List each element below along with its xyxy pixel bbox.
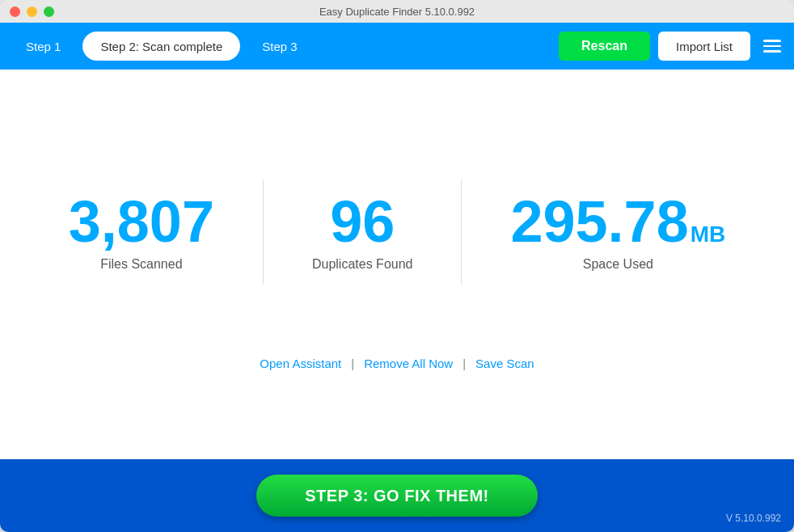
duplicates-label: Duplicates Found [312, 257, 413, 272]
rescan-button[interactable]: Rescan [559, 32, 650, 61]
hamburger-line-1 [763, 40, 781, 42]
space-used-label: Space Used [510, 257, 725, 272]
maximize-button[interactable] [44, 6, 54, 17]
nav-right-actions: Rescan Import List [559, 32, 786, 61]
files-scanned-number: 3,807 [69, 192, 214, 251]
step2-button[interactable]: Step 2: Scan complete [82, 32, 240, 61]
duplicates-stat: 96 Duplicates Found [264, 192, 462, 272]
app-window: Easy Duplicate Finder 5.10.0.992 Step 1 … [0, 0, 794, 532]
import-list-button[interactable]: Import List [658, 32, 750, 61]
separator-1: | [351, 357, 354, 370]
go-fix-button[interactable]: STEP 3: GO FIX THEM! [256, 475, 537, 517]
remove-all-now-link[interactable]: Remove All Now [364, 357, 453, 370]
bottom-bar: STEP 3: GO FIX THEM! V 5.10.0.992 [0, 459, 794, 532]
step1-button[interactable]: Step 1 [8, 32, 78, 61]
version-label: V 5.10.0.992 [726, 513, 781, 524]
save-scan-link[interactable]: Save Scan [475, 357, 534, 370]
step3-button[interactable]: Step 3 [244, 32, 315, 61]
title-bar: Easy Duplicate Finder 5.10.0.992 [0, 0, 794, 23]
space-used-stat: 295.78MB Space Used [462, 192, 774, 272]
hamburger-line-2 [763, 45, 781, 48]
files-scanned-stat: 3,807 Files Scanned [20, 192, 263, 272]
duplicates-number: 96 [312, 192, 413, 251]
space-used-number: 295.78MB [510, 192, 725, 251]
separator-2: | [462, 357, 466, 370]
minimize-button[interactable] [27, 6, 37, 17]
window-controls [10, 6, 54, 17]
bottom-links: Open Assistant | Remove All Now | Save S… [260, 357, 534, 370]
close-button[interactable] [10, 6, 20, 17]
app-title: Easy Duplicate Finder 5.10.0.992 [319, 6, 475, 18]
nav-bar: Step 1 Step 2: Scan complete Step 3 Resc… [0, 23, 794, 70]
menu-button[interactable] [758, 32, 786, 61]
files-scanned-label: Files Scanned [69, 257, 214, 272]
stats-section: 3,807 Files Scanned 96 Duplicates Found … [20, 179, 774, 285]
open-assistant-link[interactable]: Open Assistant [260, 357, 341, 370]
main-content: 3,807 Files Scanned 96 Duplicates Found … [0, 70, 794, 459]
hamburger-line-3 [763, 50, 781, 53]
